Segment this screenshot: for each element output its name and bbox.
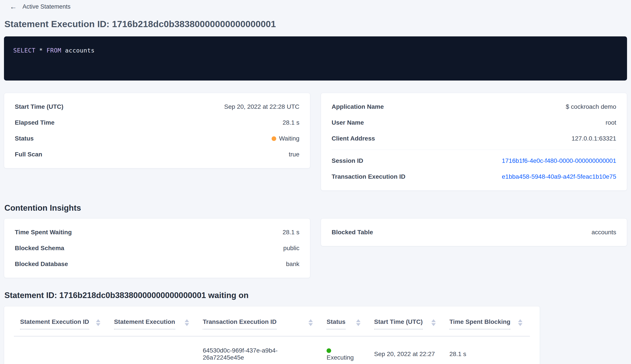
blocked-database-label: Blocked Database: [15, 260, 68, 268]
start-time-row: Start Time (UTC) Sep 20, 2022 at 22:28 U…: [15, 99, 300, 115]
time-spent-waiting-label: Time Spent Waiting: [15, 229, 72, 236]
blocked-schema-row: Blocked Schema public: [15, 240, 300, 256]
statement-execution-details-page: ← Active Statements Statement Execution …: [0, 0, 631, 364]
blocked-schema-value: public: [283, 245, 300, 252]
session-id-row: Session ID 1716b1f6-4e0c-f480-0000-00000…: [332, 153, 616, 169]
column-header-statement-execution[interactable]: Statement Execution: [108, 306, 196, 336]
sql-statement-text: SELECT * FROM accounts: [13, 47, 618, 54]
time-spent-waiting-row: Time Spent Waiting 28.1 s: [15, 224, 300, 240]
sql-table-name: accounts: [65, 47, 95, 54]
time-spent-waiting-value: 28.1 s: [283, 229, 300, 236]
elapsed-time-label: Elapsed Time: [15, 119, 54, 126]
client-address-row: Client Address 127.0.0.1:63321: [332, 130, 616, 146]
cell-start-time: Sep 20, 2022 at 22:27: [368, 336, 443, 364]
sql-star: *: [39, 47, 43, 54]
waiting-status-dot-icon: [272, 136, 276, 141]
column-header-time-spent-blocking[interactable]: Time Spent Blocking: [443, 306, 530, 336]
status-label: Status: [15, 135, 34, 142]
breadcrumb: ← Active Statements: [4, 0, 627, 10]
sql-statement-box: SELECT * FROM accounts: [4, 36, 627, 80]
client-address-value: 127.0.0.1:63321: [572, 135, 616, 142]
blocked-table-card: Blocked Table accounts: [321, 218, 627, 246]
sort-arrows-icon[interactable]: [185, 319, 189, 326]
user-name-value: root: [606, 119, 616, 126]
blocked-schema-label: Blocked Schema: [15, 245, 64, 252]
column-header-transaction-execution-id[interactable]: Transaction Execution ID: [196, 306, 320, 336]
cell-transaction-execution-id: 64530d0c-969f-437e-a9b4-26a72245e45e: [196, 336, 320, 364]
sort-arrows-icon[interactable]: [356, 319, 360, 326]
status-row: Status Waiting: [15, 130, 300, 146]
column-header-label[interactable]: Statement Execution: [114, 318, 175, 329]
waiting-on-heading: Statement ID: 1716b218dc0b38380000000000…: [4, 291, 627, 300]
contention-insights-heading: Contention Insights: [4, 204, 627, 213]
session-summary-card: Application Name $ cockroach demo User N…: [321, 93, 627, 190]
transaction-execution-id-link[interactable]: e1bba458-5948-40a9-a42f-5feac1b10e75: [502, 173, 616, 180]
application-name-value: $ cockroach demo: [566, 103, 616, 110]
sort-arrows-icon[interactable]: [308, 319, 313, 326]
blocked-table-value: accounts: [592, 229, 616, 236]
cell-time-spent-blocking: 28.1 s: [443, 336, 530, 364]
cell-statement-execution-id: [14, 336, 108, 364]
breadcrumb-active-statements-link[interactable]: Active Statements: [22, 3, 70, 10]
user-name-row: User Name root: [332, 115, 616, 130]
sort-arrows-icon[interactable]: [518, 319, 522, 326]
contention-cards-row: Time Spent Waiting 28.1 s Blocked Schema…: [4, 218, 627, 278]
transaction-execution-id-label: Transaction Execution ID: [332, 173, 406, 180]
column-header-statement-execution-id[interactable]: Statement Execution ID: [14, 306, 108, 336]
start-time-label: Start Time (UTC): [15, 103, 63, 110]
column-header-start-time[interactable]: Start Time (UTC): [368, 306, 443, 336]
cell-statement-execution: [108, 336, 196, 364]
waiting-on-table-card: Statement Execution ID Statement Executi…: [4, 306, 540, 364]
sql-keyword-from: FROM: [46, 47, 61, 54]
sql-keyword-select: SELECT: [13, 47, 36, 54]
column-header-label[interactable]: Statement Execution ID: [20, 318, 89, 329]
sort-arrows-icon[interactable]: [96, 319, 100, 326]
table-row[interactable]: 64530d0c-969f-437e-a9b4-26a72245e45e Exe…: [14, 336, 530, 364]
contention-details-card: Time Spent Waiting 28.1 s Blocked Schema…: [4, 218, 310, 278]
column-header-label[interactable]: Transaction Execution ID: [203, 318, 277, 329]
executing-status-dot-icon: [326, 348, 331, 353]
start-time-value: Sep 20, 2022 at 22:28 UTC: [224, 103, 300, 110]
blocked-database-value: bank: [286, 260, 300, 268]
waiting-on-table: Statement Execution ID Statement Executi…: [14, 306, 530, 364]
cell-status-text: Executing: [326, 354, 354, 361]
status-value: Waiting: [272, 135, 300, 142]
back-arrow-icon[interactable]: ←: [10, 3, 17, 10]
sort-arrows-icon[interactable]: [431, 319, 436, 326]
column-header-label[interactable]: Time Spent Blocking: [450, 318, 510, 329]
overview-cards-row: Start Time (UTC) Sep 20, 2022 at 22:28 U…: [4, 93, 627, 190]
application-name-label: Application Name: [332, 103, 384, 110]
full-scan-value: true: [289, 151, 300, 158]
table-header-row: Statement Execution ID Statement Executi…: [14, 306, 530, 336]
full-scan-row: Full Scan true: [15, 146, 300, 162]
application-name-row: Application Name $ cockroach demo: [332, 99, 616, 115]
blocked-database-row: Blocked Database bank: [15, 256, 300, 272]
column-header-status[interactable]: Status: [320, 306, 368, 336]
column-header-label[interactable]: Start Time (UTC): [374, 318, 423, 329]
page-title: Statement Execution ID: 1716b218dc0b3838…: [4, 19, 627, 29]
card-divider: [332, 150, 616, 150]
blocked-table-row: Blocked Table accounts: [332, 224, 616, 240]
elapsed-time-row: Elapsed Time 28.1 s: [15, 115, 300, 130]
transaction-execution-id-row: Transaction Execution ID e1bba458-5948-4…: [332, 169, 616, 185]
status-value-text: Waiting: [279, 135, 300, 142]
user-name-label: User Name: [332, 119, 364, 126]
full-scan-label: Full Scan: [15, 151, 42, 158]
cell-status: Executing: [320, 336, 368, 364]
blocked-table-label: Blocked Table: [332, 229, 373, 236]
execution-summary-card: Start Time (UTC) Sep 20, 2022 at 22:28 U…: [4, 93, 310, 168]
column-header-label[interactable]: Status: [326, 318, 346, 329]
elapsed-time-value: 28.1 s: [283, 119, 300, 126]
client-address-label: Client Address: [332, 135, 375, 142]
session-id-link[interactable]: 1716b1f6-4e0c-f480-0000-000000000001: [502, 157, 616, 164]
session-id-label: Session ID: [332, 157, 363, 164]
